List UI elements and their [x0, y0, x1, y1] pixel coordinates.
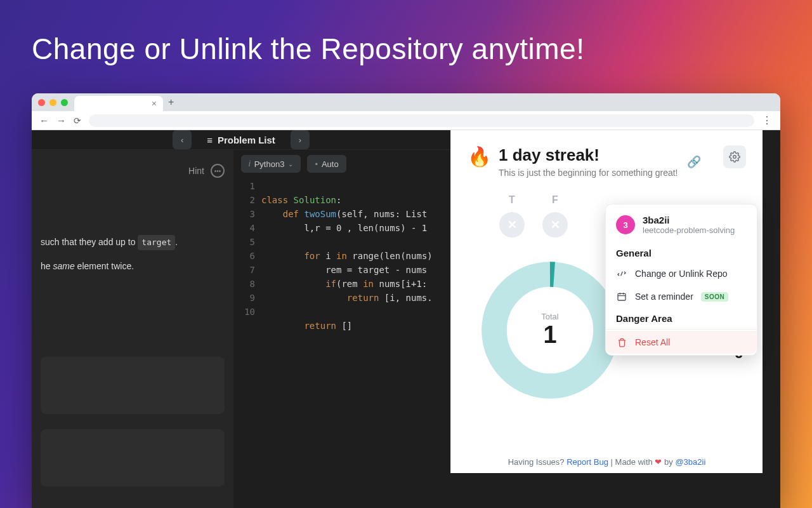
change-unlink-repo-item[interactable]: Change or Unlink Repo	[606, 262, 757, 285]
leetcode-pane: ‹ ≡ Problem List › Hint ••• such	[32, 130, 450, 508]
code-editor[interactable]: 12345678910 class Solution: def twoSum(s…	[233, 178, 450, 508]
day-label: F	[552, 194, 558, 206]
code-literal: target	[138, 235, 175, 250]
report-bug-link[interactable]: Report Bug	[566, 457, 608, 467]
minimize-window-icon[interactable]	[49, 99, 56, 106]
code-editor-panel: i Python3 ⌄ • Auto 12345678910	[233, 150, 450, 508]
browser-window: × + ← → ⟳ ⋮ ‹ ≡ Problem List ›	[32, 93, 780, 508]
streak-subtitle: This is just the beginning for something…	[499, 168, 678, 178]
problem-list-label: Problem List	[218, 135, 275, 145]
problem-fragment: element twice.	[75, 261, 134, 271]
browser-toolbar: ← → ⟳ ⋮	[32, 111, 780, 130]
close-window-icon[interactable]	[38, 99, 45, 106]
dropdown-section-general: General	[606, 243, 757, 262]
extension-panel: 🔥 1 day streak! This is just the beginni…	[450, 130, 763, 473]
day-column: F ✕	[542, 194, 568, 237]
auto-button[interactable]: • Auto	[307, 155, 346, 173]
example-block	[41, 357, 225, 414]
unlink-icon	[616, 269, 627, 279]
trash-icon	[616, 338, 627, 347]
code-lines: class Solution: def twoSum(self, nums: L…	[261, 179, 450, 508]
info-icon: i	[249, 159, 251, 168]
chevron-down-icon: ⌄	[288, 161, 293, 168]
repo-name: leetcode-problem-solving	[643, 225, 735, 235]
dropdown-item-label: Change or Unlink Repo	[635, 269, 728, 279]
new-tab-button[interactable]: +	[168, 97, 174, 108]
chevron-left-icon: ‹	[181, 135, 183, 145]
donut-value: 1	[541, 321, 558, 349]
prev-problem-button[interactable]: ‹	[173, 130, 192, 149]
chevron-right-icon: ›	[299, 135, 301, 145]
heart-icon: ❤	[655, 457, 662, 467]
day-column: T ✕	[499, 194, 525, 237]
footer-text: Having Issues?	[508, 457, 567, 467]
problem-fragment: he	[41, 261, 53, 271]
auto-label: Auto	[322, 159, 339, 169]
user-avatar: 3	[616, 215, 635, 234]
dropdown-item-label: Reset All	[635, 337, 670, 347]
settings-button[interactable]	[723, 145, 746, 168]
hint-label: Hint	[188, 166, 204, 176]
problem-toolbar: ‹ ≡ Problem List ›	[32, 130, 450, 150]
calendar-icon	[616, 291, 627, 302]
footer-text: | Made with	[608, 457, 655, 467]
close-tab-icon[interactable]: ×	[152, 98, 157, 109]
panel-footer: Having Issues? Report Bug | Made with ❤ …	[451, 457, 763, 467]
reload-button[interactable]: ⟳	[74, 116, 81, 126]
dropdown-divider	[606, 329, 757, 330]
hero-headline: Change or Unlink the Repository anytime!	[0, 0, 812, 66]
fire-icon: 🔥	[468, 145, 491, 168]
reset-all-item[interactable]: Reset All	[606, 331, 757, 354]
footer-text: by	[662, 457, 675, 467]
problem-description-panel: Hint ••• such that they add up to target…	[32, 150, 233, 508]
settings-dropdown: 3 3ba2ii leetcode-problem-solving Genera…	[605, 204, 757, 356]
svg-rect-3	[618, 293, 625, 300]
language-label: Python3	[254, 159, 285, 169]
set-reminder-item[interactable]: Set a reminder SOON	[606, 285, 757, 308]
problem-emphasis: same	[53, 261, 74, 271]
window-controls	[38, 99, 68, 106]
dropdown-section-danger: Danger Area	[606, 308, 757, 328]
browser-menu-icon[interactable]: ⋮	[762, 114, 773, 126]
day-status-icon: ✕	[499, 212, 525, 237]
example-block	[41, 429, 225, 486]
browser-tab-bar: × +	[32, 93, 780, 111]
problem-list-button[interactable]: ≡ Problem List	[198, 130, 284, 149]
list-icon: ≡	[207, 135, 213, 145]
link-icon[interactable]: 🔗	[687, 155, 701, 169]
day-label: T	[509, 194, 515, 206]
svg-point-0	[733, 156, 737, 159]
line-gutter: 12345678910	[233, 179, 261, 508]
browser-tab[interactable]: ×	[74, 96, 163, 111]
problem-text: such that they add up to target. he same…	[41, 235, 225, 274]
maximize-window-icon[interactable]	[61, 99, 68, 106]
forward-button[interactable]: →	[56, 115, 66, 126]
next-problem-button[interactable]: ›	[291, 130, 310, 149]
dropdown-item-label: Set a reminder	[635, 291, 693, 302]
donut-label: Total	[541, 312, 558, 321]
username: 3ba2ii	[643, 215, 735, 225]
back-button[interactable]: ←	[39, 115, 49, 126]
problem-fragment: such that they add up to	[41, 237, 138, 247]
soon-badge: SOON	[701, 292, 728, 302]
gear-icon	[729, 151, 740, 163]
day-status-icon: ✕	[542, 212, 568, 237]
dropdown-user-row[interactable]: 3 3ba2ii leetcode-problem-solving	[606, 208, 757, 243]
streak-title: 1 day streak!	[499, 145, 678, 165]
hint-icon[interactable]: •••	[211, 164, 225, 178]
address-bar[interactable]	[89, 114, 754, 127]
author-link[interactable]: @3ba2ii	[675, 457, 705, 467]
progress-donut: Total 1	[480, 260, 620, 400]
language-selector[interactable]: i Python3 ⌄	[241, 155, 301, 173]
